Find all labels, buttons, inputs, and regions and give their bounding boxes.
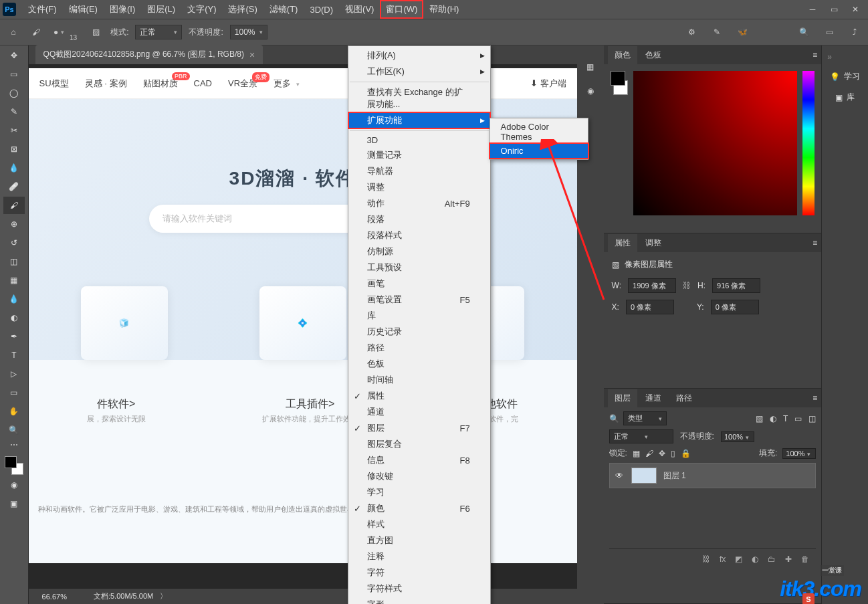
minimize-button[interactable]: ─ [802,3,823,16]
rectangle-tool[interactable]: ▭ [3,384,25,401]
dd-段落样式[interactable]: 段落样式 [348,227,490,243]
panel-color-swatches[interactable] [611,71,628,95]
quick-select-tool[interactable]: ✎ [3,103,25,120]
link-wh-icon[interactable]: ⛓ [683,281,691,290]
move-tool[interactable]: ✥ [3,47,25,64]
home-icon[interactable]: ⌂ [5,24,21,40]
dd-学习[interactable]: 学习 [348,484,490,500]
libraries-panel-button[interactable]: ▣库 [835,92,855,103]
close-tab-icon[interactable]: × [249,49,255,60]
opacity-select[interactable]: 100%▾ [230,25,267,39]
maximize-button[interactable]: ▭ [824,3,844,16]
dd-段落[interactable]: 段落 [348,211,490,227]
tab-color[interactable]: 颜色 [608,46,637,64]
dd-3D[interactable]: 3D [348,133,490,147]
frame-icon[interactable]: ▭ [821,24,837,40]
gear-icon[interactable]: ⚙ [683,24,699,40]
filter-adjust-icon[interactable]: ◐ [770,414,776,423]
text-tool[interactable]: T [3,346,25,364]
search-icon[interactable]: 🔍 [796,24,812,40]
layer-filter-select[interactable]: 类型▾ [623,411,667,425]
dd-修改键[interactable]: 修改键 [348,468,490,484]
dd-通道[interactable]: 通道 [348,404,490,420]
dd-属性[interactable]: 属性 [348,388,490,404]
menu-help[interactable]: 帮助(H) [424,1,464,18]
tab-swatches[interactable]: 色板 [639,46,668,64]
dd-导航器[interactable]: 导航器 [348,163,490,179]
menu-text[interactable]: 文字(Y) [182,1,221,18]
pen-tool[interactable]: ✒ [3,328,25,345]
filter-shape-icon[interactable]: ▭ [794,414,802,423]
lock-all-icon[interactable]: 🔒 [681,449,691,458]
fg-color-swatch[interactable] [5,456,17,468]
strip-icon-1[interactable]: ▦ [582,59,599,75]
lock-pos-icon[interactable]: ✥ [659,449,665,458]
dd-仿制源[interactable]: 仿制源 [348,243,490,260]
gradient-tool[interactable]: ▦ [3,272,25,289]
sub-oniric[interactable]: Oniric [490,144,588,158]
hand-tool[interactable]: ✋ [3,403,25,420]
frame-tool[interactable]: ⊠ [3,140,25,158]
new-layer-icon[interactable]: ✚ [785,555,792,564]
x-input[interactable] [626,300,674,314]
lock-trans-icon[interactable]: ▦ [633,449,640,458]
lasso-tool[interactable]: ◯ [3,84,25,102]
dd-注释[interactable]: 注释 [348,548,490,565]
menu-file[interactable]: 文件(F) [23,1,62,18]
menu-3d[interactable]: 3D(D) [304,2,338,17]
layer-opacity-input[interactable]: 100%▾ [721,431,754,442]
tab-channels[interactable]: 通道 [639,389,668,407]
brush-preset-icon[interactable]: ●▾ [51,24,67,40]
dd-arrange[interactable]: 排列(A) [348,47,490,64]
strip-icon-2[interactable]: ◉ [582,83,599,99]
menu-layer[interactable]: 图层(L) [142,1,181,18]
dd-图层[interactable]: 图层F7 [348,420,490,436]
butterfly-icon[interactable]: 🦋 [734,24,750,40]
collapse-icon[interactable]: » [827,52,832,62]
color-field[interactable] [633,71,798,215]
dd-find-ext[interactable]: 查找有关 Exchange 的扩展功能... [348,84,490,112]
filter-smart-icon[interactable]: ◫ [808,414,816,423]
dd-字符样式[interactable]: 字符样式 [348,581,490,597]
dd-时间轴[interactable]: 时间轴 [348,372,490,388]
menu-filter[interactable]: 滤镜(T) [264,1,304,18]
dd-图层复合[interactable]: 图层复合 [348,436,490,452]
crop-tool[interactable]: ✂ [3,122,25,139]
layer-thumbnail[interactable] [631,468,657,484]
visibility-icon[interactable]: 👁 [615,471,625,480]
dd-工具预设[interactable]: 工具预设 [348,260,490,276]
hue-slider[interactable] [802,71,815,215]
filter-icon[interactable]: 🔍 [609,414,619,423]
share-icon[interactable]: ⤴ [847,24,863,40]
dd-样式[interactable]: 样式 [348,516,490,532]
panel-menu-icon[interactable]: ≡ [812,238,817,247]
stamp-tool[interactable]: ⊕ [3,215,25,233]
dd-历史记录[interactable]: 历史记录 [348,324,490,340]
path-select-tool[interactable]: ▷ [3,365,25,383]
dd-画笔[interactable]: 画笔 [348,276,490,292]
zoom-tool[interactable]: 🔍 [3,421,25,439]
lock-paint-icon[interactable]: 🖌 [645,449,653,458]
dd-动作[interactable]: 动作Alt+F9 [348,195,490,211]
brush-panel-icon[interactable]: ▨ [88,24,104,40]
dd-字符[interactable]: 字符 [348,565,490,581]
eraser-tool[interactable]: ◫ [3,253,25,270]
blur-tool[interactable]: 💧 [3,290,25,308]
history-brush-tool[interactable]: ↺ [3,234,25,251]
filter-pixel-icon[interactable]: ▧ [756,414,763,423]
dd-字形[interactable]: 字形 [348,597,490,604]
dd-调整[interactable]: 调整 [348,179,490,195]
brush-tool[interactable]: 🖌 [3,197,25,214]
healing-tool[interactable]: 🩹 [3,178,25,195]
adjustment-icon[interactable]: ◐ [752,555,758,564]
menu-window[interactable]: 窗口(W) [381,1,423,18]
link-layers-icon[interactable]: ⛓ [702,555,710,564]
dd-workspace[interactable]: 工作区(K) [348,64,490,80]
mask-mode-tool[interactable]: ◉ [3,476,25,494]
dd-信息[interactable]: 信息F8 [348,452,490,468]
mask-icon[interactable]: ◩ [735,555,742,564]
menu-image[interactable]: 图像(I) [104,1,140,18]
panel-menu-icon[interactable]: ≡ [812,50,817,60]
dd-路径[interactable]: 路径 [348,340,490,356]
tab-adjustments[interactable]: 调整 [639,234,668,252]
